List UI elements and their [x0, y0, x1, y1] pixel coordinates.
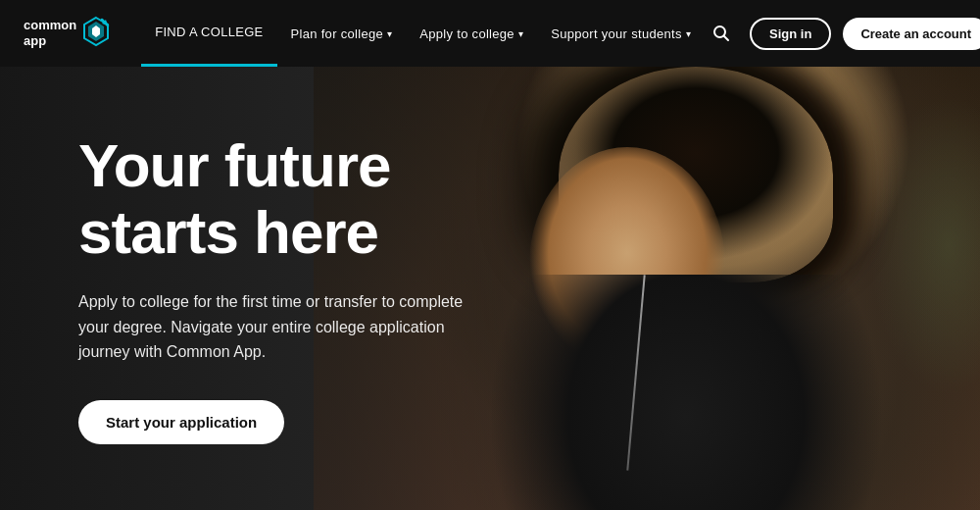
- navbar: common app FIND A COLLEGE Plan for colle…: [0, 0, 980, 67]
- nav-find-college[interactable]: FIND A COLLEGE: [141, 0, 276, 67]
- plan-college-chevron: ▾: [387, 28, 392, 39]
- hero-subtitle: Apply to college for the first time or t…: [78, 289, 470, 365]
- nav-support-students[interactable]: Support your students ▾: [537, 0, 705, 67]
- nav-actions: Sign in Create an account: [705, 18, 980, 50]
- logo[interactable]: common app: [24, 16, 110, 51]
- logo-icon: [82, 16, 110, 51]
- nav-apply-college[interactable]: Apply to college ▾: [406, 0, 537, 67]
- support-chevron: ▾: [686, 28, 691, 39]
- search-icon: [712, 25, 730, 42]
- logo-text: common app: [24, 18, 76, 48]
- start-application-button[interactable]: Start your application: [78, 400, 284, 444]
- hero-content: Your future starts here Apply to college…: [0, 67, 980, 510]
- svg-line-1: [724, 36, 729, 41]
- signin-button[interactable]: Sign in: [750, 18, 831, 50]
- nav-plan-college[interactable]: Plan for college ▾: [277, 0, 407, 67]
- nav-links: FIND A COLLEGE Plan for college ▾ Apply …: [141, 0, 705, 67]
- create-account-button[interactable]: Create an account: [843, 18, 980, 50]
- search-button[interactable]: [705, 21, 738, 46]
- hero-title: Your future starts here: [78, 132, 549, 266]
- apply-college-chevron: ▾: [518, 28, 523, 39]
- hero-section: Your future starts here Apply to college…: [0, 0, 980, 510]
